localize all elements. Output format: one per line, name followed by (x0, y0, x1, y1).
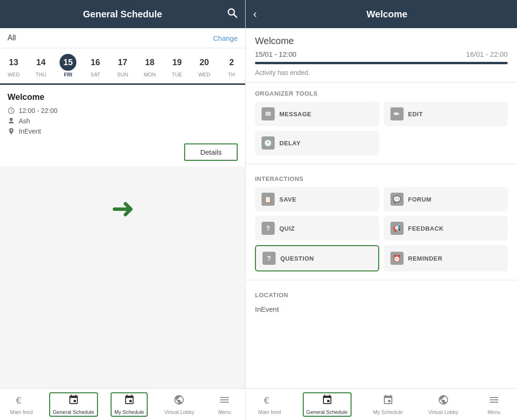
divider-2 (246, 280, 517, 280)
search-icon[interactable] (226, 7, 238, 21)
tool-label-question: QUESTION (280, 255, 314, 262)
nav-icon-main-feed: € (16, 394, 27, 408)
date-item-20[interactable]: 20WED (191, 52, 218, 79)
location-value: InEvent (255, 303, 508, 313)
tool-btn-reminder[interactable]: ⏰REMINDER (384, 245, 508, 271)
content-area: ➜ (0, 166, 245, 388)
nav-item-main-feed[interactable]: €Main feed (255, 392, 285, 417)
date-item-14[interactable]: 14THU (27, 52, 54, 79)
tool-btn-forum[interactable]: 💬FORUM (384, 187, 508, 211)
filter-bar: All Change (0, 28, 245, 48)
svg-line-1 (234, 15, 237, 18)
nav-item-my-schedule[interactable]: My Schedule (369, 392, 407, 417)
filter-all-label: All (7, 34, 16, 42)
right-header-title: Welcome (264, 9, 510, 20)
nav-item-virtual-lobby[interactable]: Virtual Lobby (160, 392, 198, 417)
back-button[interactable]: ‹ (253, 8, 257, 21)
date-item-16[interactable]: 16SAT (82, 52, 109, 79)
nav-item-menu[interactable]: Menu (480, 392, 508, 417)
nav-label-main-feed: Main feed (258, 409, 281, 415)
date-item-15[interactable]: 15FRI (54, 52, 82, 79)
details-button[interactable]: Details (184, 143, 238, 161)
organizer-tools-grid: ✉MESSAGE✏EDIT🕐DELAY (246, 102, 517, 160)
left-header-title: General Schedule (83, 9, 162, 20)
nav-icon-general-schedule (68, 394, 79, 408)
nav-icon-virtual-lobby (438, 394, 449, 408)
interactions-grid: 📋SAVE💬FORUM?QUIZ📢FEEDBACK?QUESTION⏰REMIN… (246, 187, 517, 276)
right-panel: ‹ Welcome Welcome 15/01 - 12:00 16/01 - … (246, 0, 517, 420)
nav-item-virtual-lobby[interactable]: Virtual Lobby (425, 392, 462, 417)
tool-btn-quiz[interactable]: ?QUIZ (255, 216, 379, 240)
tool-label-forum: FORUM (408, 196, 432, 203)
tool-label-edit: EDIT (408, 111, 423, 118)
tool-icon-save: 📋 (262, 193, 275, 206)
tool-btn-question[interactable]: ?QUESTION (255, 245, 379, 271)
right-arrow-icon: ➜ (111, 195, 135, 223)
nav-label-virtual-lobby: Virtual Lobby (428, 409, 458, 415)
right-bottom-nav: €Main feedGeneral ScheduleMy ScheduleVir… (246, 388, 517, 420)
nav-item-menu[interactable]: Menu (210, 392, 239, 417)
left-header: General Schedule (0, 0, 245, 28)
nav-label-my-schedule: My Schedule (114, 409, 144, 415)
divider-1 (246, 164, 517, 164)
date-item-2[interactable]: 2TH (218, 52, 245, 79)
tool-icon-question: ? (262, 252, 276, 265)
nav-icon-main-feed: € (264, 394, 275, 408)
date-item-18[interactable]: 18MON (136, 52, 164, 79)
date-item-13[interactable]: 13WED (0, 52, 27, 79)
tool-icon-message: ✉ (262, 107, 275, 120)
tool-icon-forum: 💬 (390, 193, 404, 206)
interactions-header: INTERACTIONS (246, 168, 517, 187)
date-item-17[interactable]: 17SUN (109, 52, 136, 79)
nav-icon-general-schedule (322, 394, 333, 408)
nav-label-general-schedule: General Schedule (53, 409, 94, 415)
time-row: 15/01 - 12:00 16/01 - 22:00 (255, 50, 508, 58)
nav-item-general-schedule[interactable]: General Schedule (49, 392, 98, 417)
tool-btn-edit[interactable]: ✏EDIT (384, 102, 508, 126)
tool-icon-delay: 🕐 (262, 136, 275, 150)
tool-icon-edit: ✏ (390, 107, 404, 120)
location-section: InEvent (246, 303, 517, 321)
details-btn-row: Details (0, 138, 245, 166)
arrow-container: ➜ (111, 166, 135, 223)
tool-btn-save[interactable]: 📋SAVE (255, 187, 379, 211)
tool-label-save: SAVE (279, 196, 296, 203)
nav-icon-my-schedule (382, 394, 394, 408)
nav-label-general-schedule: General Schedule (307, 409, 348, 415)
tool-icon-reminder: ⏰ (390, 252, 404, 265)
date-strip: 13WED14THU15FRI16SAT17SUN18MON19TUE20WED… (0, 48, 245, 83)
right-content: Welcome 15/01 - 12:00 16/01 - 22:00 Acti… (246, 28, 517, 388)
left-bottom-nav: €Main feedGeneral ScheduleMy ScheduleVir… (0, 388, 245, 420)
right-header: ‹ Welcome (246, 0, 517, 28)
tool-btn-feedback[interactable]: 📢FEEDBACK (384, 216, 508, 240)
svg-text:€: € (16, 395, 21, 405)
tool-btn-delay[interactable]: 🕐DELAY (255, 131, 379, 155)
time-start: 15/01 - 12:00 (255, 50, 296, 58)
event-person: Ash (7, 117, 238, 125)
activity-ended: Activity has ended. (255, 69, 508, 76)
tool-label-reminder: REMINDER (408, 255, 442, 262)
nav-label-my-schedule: My Schedule (373, 409, 403, 415)
time-end: 16/01 - 22:00 (466, 50, 508, 58)
left-panel: General Schedule All Change 13WED14THU15… (0, 0, 246, 420)
tool-label-feedback: FEEDBACK (408, 225, 444, 232)
nav-icon-menu (488, 394, 500, 408)
nav-label-main-feed: Main feed (10, 409, 33, 415)
svg-text:€: € (264, 395, 269, 405)
organizer-tools-header: ORGANIZER TOOLS (246, 82, 517, 102)
welcome-section: Welcome 15/01 - 12:00 16/01 - 22:00 Acti… (246, 28, 517, 82)
nav-label-menu: Menu (218, 409, 232, 415)
date-item-19[interactable]: 19TUE (164, 52, 191, 79)
location-header: LOCATION (246, 284, 517, 303)
tool-label-delay: DELAY (279, 140, 300, 147)
tool-icon-quiz: ? (262, 222, 275, 235)
tool-btn-message[interactable]: ✉MESSAGE (255, 102, 379, 126)
nav-icon-my-schedule (124, 394, 135, 408)
nav-item-general-schedule[interactable]: General Schedule (303, 392, 352, 417)
nav-item-main-feed[interactable]: €Main feed (7, 392, 37, 417)
welcome-label: Welcome (255, 36, 508, 46)
nav-label-menu: Menu (487, 409, 501, 415)
event-time: 12:00 - 22:00 (7, 107, 238, 114)
nav-item-my-schedule[interactable]: My Schedule (111, 392, 148, 417)
filter-change-button[interactable]: Change (213, 34, 238, 42)
